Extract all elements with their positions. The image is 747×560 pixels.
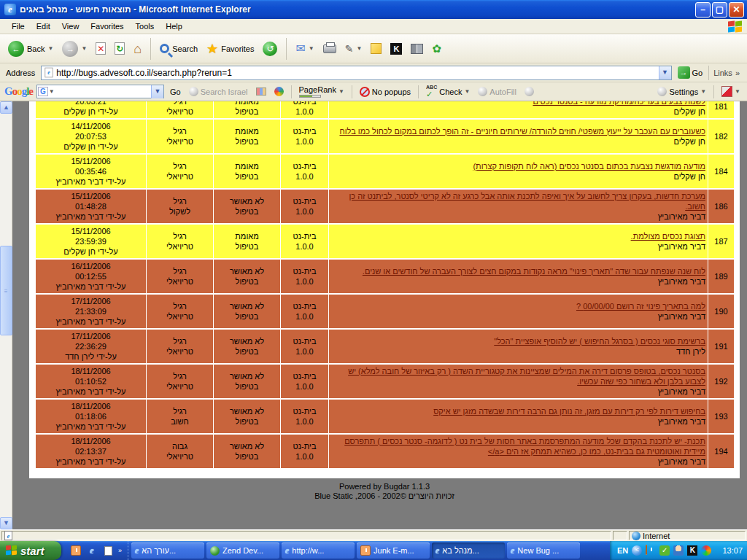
bug-product-cell: בית-נט 1.0.0 — [281, 101, 329, 119]
taskbar-task-button[interactable]: Junk E-m... — [357, 542, 430, 559]
google-search-dropdown-icon[interactable]: ▼ — [151, 85, 163, 98]
bug-title-link[interactable]: תצוגת נכסים מצולמת. — [331, 231, 705, 241]
severity-line2: טריויאלי — [149, 451, 211, 462]
menu-favorites[interactable]: Favorites — [85, 20, 129, 33]
google-search-input[interactable]: G ▼ ▼ — [36, 85, 164, 98]
bug-title-link[interactable]: תכנת- יש לתכנת בהקדם שכל מודעה המתפרסמת … — [331, 436, 705, 456]
taskbar-task-button[interactable]: Zend Dev... — [206, 542, 279, 559]
history-button[interactable]: ↺ — [259, 40, 281, 58]
google-site-search-button[interactable] — [254, 88, 268, 96]
bug-id: 189 — [708, 259, 735, 294]
taskbar-task-button[interactable]: eNew Bug ... — [507, 542, 580, 559]
google-g-icon[interactable]: G — [38, 87, 48, 96]
favorites-button[interactable]: ★ Favorites — [203, 39, 258, 58]
severity-line2: טריויאלי — [149, 136, 211, 147]
close-button[interactable]: ✕ — [729, 2, 744, 18]
google-search-israel-button[interactable]: Search Israel — [187, 87, 250, 96]
highlighter-button[interactable] — [522, 87, 536, 96]
quick-launch-overflow-icon[interactable]: » — [118, 547, 122, 554]
bug-updated-by: על-ידי דביר מאירוביץ — [38, 456, 144, 467]
bug-title-link[interactable]: בחיפוש דירות לפי רק דירות עם מזגן, זה נו… — [331, 406, 705, 416]
bug-title-link[interactable]: מערכת חדשות, בעקרון צריך לחשוב על איך וא… — [331, 191, 705, 211]
google-settings-button[interactable]: Settings ▼ — [655, 87, 708, 96]
scroll-down-button[interactable]: ▼ — [0, 517, 12, 529]
status-line1: מאומת — [216, 231, 278, 241]
taskbar-task-button[interactable]: eמנהל בא... — [432, 542, 505, 559]
product-version: 1.0.0 — [283, 106, 326, 117]
back-button[interactable]: ← Back ▼ — [4, 39, 57, 58]
hide-icons-chevron[interactable]: < — [632, 545, 642, 556]
tray-kaspersky-icon[interactable]: K — [687, 545, 697, 556]
ie-task-icon: e — [285, 545, 289, 556]
autofill-button[interactable]: AutoFill — [476, 87, 519, 96]
kaspersky-toolbar-button[interactable]: K — [387, 42, 406, 56]
tray-color-wheel-icon[interactable] — [701, 545, 711, 556]
stop-button[interactable]: ✕ — [92, 41, 109, 56]
no-popups-button[interactable]: No popups — [357, 87, 413, 97]
search-button[interactable]: Search — [156, 42, 201, 55]
menu-view[interactable]: View — [56, 20, 85, 33]
taskbar-task-button[interactable]: eעורך הא... — [131, 542, 204, 559]
notes-button[interactable] — [367, 42, 385, 55]
bug-id: 191 — [708, 329, 735, 364]
bug-title-link[interactable]: כשעוברים עם העכבר על ייעוץ משפטי/ חוזים … — [331, 126, 705, 136]
tray-messenger-icon[interactable] — [673, 545, 684, 556]
document-icon: e — [4, 531, 12, 540]
scroll-up-button[interactable]: ▲ — [0, 101, 12, 114]
menu-tools[interactable]: Tools — [130, 20, 160, 33]
table-row: 192 בסנטר נכסים, בטופס פרסום דירה את המי… — [36, 364, 735, 399]
bug-reporter: חן שקלים — [331, 171, 705, 182]
bug-reporter: דביר מאירוביץ — [331, 276, 705, 287]
tray-antivirus-check-icon[interactable]: ✓ — [659, 545, 670, 556]
research-button[interactable] — [407, 42, 427, 55]
refresh-button[interactable]: ↻ — [111, 41, 128, 56]
bug-title-link[interactable]: ברשימת סוגי נכסים ( בסרגל החיפוש ) יש לה… — [331, 336, 705, 346]
forward-button[interactable]: → ▼ — [58, 39, 90, 58]
forward-dropdown-icon[interactable]: ▼ — [81, 45, 87, 52]
bug-title-link[interactable]: מודעה מודגשת נצבעת בכתום בסנטר נכסים (רא… — [331, 161, 705, 171]
edit-button[interactable]: ✎ ▼ — [341, 42, 366, 56]
scroll-thumb[interactable]: ≡ — [0, 246, 12, 335]
bug-title-link[interactable]: לשנות צבעים בעריכה/מחיקת מודעה - בסנטר נ… — [331, 101, 705, 106]
quick-launch-ie-icon[interactable]: e — [86, 545, 98, 556]
show-desktop-icon[interactable] — [102, 545, 114, 556]
start-button[interactable]: start — [0, 541, 61, 560]
menu-file[interactable]: File — [6, 20, 31, 33]
maximize-button[interactable]: ▢ — [712, 2, 727, 18]
menu-edit[interactable]: Edit — [31, 20, 56, 33]
menu-help[interactable]: Help — [160, 20, 188, 33]
taskbar-task-button[interactable]: ehttp://w... — [282, 542, 355, 559]
bug-title-link[interactable]: למה בתאריך פינוי זה רושם 00/00/00 ? — [331, 301, 705, 311]
address-combo[interactable]: e http://bugs.advesoft.co.il/search.php?… — [41, 66, 671, 80]
address-dropdown-icon[interactable]: ▼ — [659, 66, 671, 79]
print-button[interactable] — [320, 43, 340, 55]
mail-button[interactable]: ✉ ▼ — [292, 40, 317, 57]
google-swirl-button[interactable] — [272, 87, 286, 96]
bug-time: 21:33:09 — [38, 306, 144, 316]
bug-title-link[interactable]: לוח שנה שנפתח עבור שדה "תאריך פינוי" מרא… — [331, 266, 705, 276]
product-version: 1.0.0 — [283, 346, 326, 357]
language-indicator[interactable]: EN — [617, 546, 628, 555]
home-button[interactable]: ⌂ — [130, 42, 145, 56]
back-dropdown-icon[interactable]: ▼ — [47, 45, 53, 52]
bug-title-link[interactable]: בסנטר נכסים, בטופס פרסום דירה את המילים … — [331, 366, 705, 386]
product-version: 1.0.0 — [283, 136, 326, 147]
vertical-scrollbar[interactable]: ▲ ≡ ▼ — [0, 101, 12, 529]
go-button[interactable]: → Go — [675, 66, 706, 79]
tray-reminder-icon[interactable] — [646, 545, 647, 555]
bug-id: 190 — [708, 294, 735, 329]
spellcheck-button[interactable]: ABC✓ Check ▼ — [424, 85, 472, 99]
edit-dropdown-icon[interactable]: ▼ — [357, 45, 363, 52]
mail-dropdown-icon[interactable]: ▼ — [309, 45, 314, 52]
bug-date: 18/11/2006 — [38, 436, 144, 446]
quick-launch-clock-icon[interactable] — [70, 545, 82, 556]
minimize-button[interactable]: – — [695, 2, 711, 18]
adobe-pdf-button[interactable]: ▼ — [719, 86, 743, 97]
address-input[interactable]: http://bugs.advesoft.co.il/search.php?re… — [54, 68, 658, 78]
results-table-frame: 181 לשנות צבעים בעריכה/מחיקת מודעה - בסנ… — [29, 101, 740, 478]
links-button[interactable]: Links » — [708, 66, 744, 80]
google-go-button[interactable]: Go — [168, 88, 183, 96]
pagerank-button[interactable]: PageRank ▼ — [297, 85, 347, 98]
icq-button[interactable]: ✿ — [428, 41, 445, 57]
product-version: 1.0.0 — [283, 276, 326, 287]
